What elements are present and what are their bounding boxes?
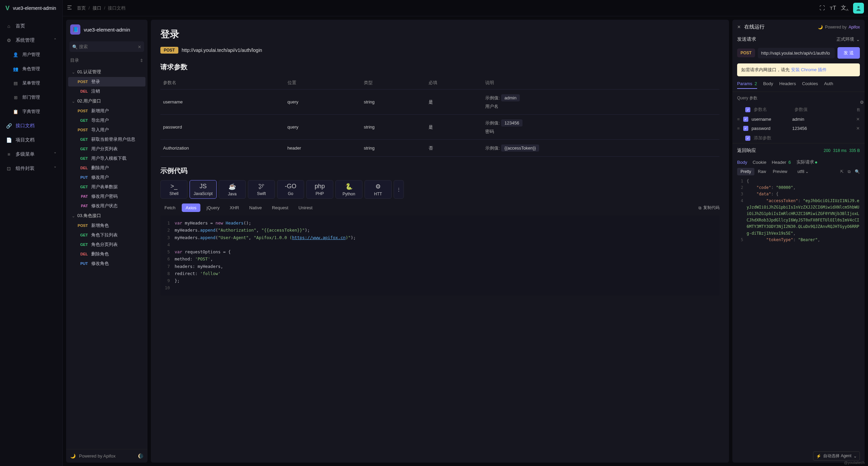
delete-icon[interactable]: ✕	[856, 126, 860, 131]
doc-search-input[interactable]	[70, 41, 144, 52]
drag-handle-icon[interactable]: ≡	[737, 126, 740, 131]
clear-icon[interactable]: ✕	[138, 44, 141, 49]
api-tree-item[interactable]: PAT修改用户密码	[66, 192, 147, 201]
param-name[interactable]: username	[752, 117, 789, 122]
run-url-input[interactable]	[758, 48, 835, 58]
nav-item[interactable]: ≡多级菜单˅	[0, 147, 62, 161]
copy-code-button[interactable]: ⧉复制代码	[698, 205, 719, 211]
code-variant-tab[interactable]: Unirest	[294, 203, 316, 212]
sidebar-collapse-icon[interactable]	[67, 5, 72, 11]
api-tree-item[interactable]: GET导出用户	[66, 116, 147, 125]
api-tree-item[interactable]: POST新增用户	[66, 106, 147, 116]
code-variant-tab[interactable]: Fetch	[160, 203, 180, 212]
close-icon[interactable]: ✕	[737, 24, 741, 30]
collapse-all-icon[interactable]: ⇕	[140, 58, 143, 63]
send-button[interactable]: 发 送	[837, 47, 860, 59]
api-tree-item[interactable]: GET用户导入模板下载	[66, 154, 147, 163]
checkbox-icon[interactable]: ✓	[743, 126, 748, 131]
code-lang-tab[interactable]: >_Shell	[160, 180, 188, 199]
export-icon[interactable]: ⇱	[840, 169, 844, 174]
response-tab[interactable]: 实际请求	[796, 159, 817, 165]
checkbox-icon[interactable]: ✓	[743, 117, 748, 122]
more-langs-button[interactable]: ⋮	[394, 180, 404, 199]
encoding-selector[interactable]: utf8 ⌄	[797, 169, 809, 174]
code-variant-tab[interactable]: XHR	[226, 203, 243, 212]
api-tree-item[interactable]: POST登录	[68, 77, 145, 86]
api-tree-item[interactable]: DEL删除用户	[66, 163, 147, 173]
api-tree-item[interactable]: PUT修改用户	[66, 173, 147, 182]
drag-handle-icon[interactable]: ≡	[737, 117, 740, 122]
tree-group[interactable]: ⌄02.用户接口	[66, 96, 147, 106]
response-tab[interactable]: Header 6	[772, 160, 791, 165]
copy-response-icon[interactable]: ⧉	[848, 169, 851, 174]
api-tree-item[interactable]: PAT修改用户状态	[66, 201, 147, 211]
code-lang-tab[interactable]: -GOGo	[277, 180, 304, 199]
code-lang-tab[interactable]: JSJavaScript	[190, 180, 217, 199]
delete-icon[interactable]: ✕	[856, 117, 860, 122]
nav-item[interactable]: 📄项目文档	[0, 133, 62, 147]
code-lang-tab[interactable]: 🕊Swift	[248, 180, 275, 199]
request-tab[interactable]: Params 2	[737, 81, 757, 89]
breadcrumb-item[interactable]: 首页	[77, 5, 86, 11]
code-lang-tab[interactable]: ☕Java	[219, 180, 246, 199]
view-mode-button[interactable]: Preview	[769, 168, 791, 175]
settings-gear-icon[interactable]: ⚙	[859, 98, 865, 106]
agent-selector[interactable]: ⚡ 自动选择 Agent ⌄	[813, 451, 860, 461]
api-tree-item[interactable]: POST新增角色	[66, 221, 147, 230]
code-variant-tab[interactable]: jQuery	[202, 203, 223, 212]
param-value[interactable]: admin	[792, 117, 853, 122]
theme-toggle-icon[interactable]: 🌘	[138, 453, 143, 459]
code-lang-tab[interactable]: 🐍Python	[335, 180, 362, 199]
code-variant-tab[interactable]: Axios	[182, 203, 201, 212]
request-tab[interactable]: Auth	[824, 81, 833, 89]
api-tree-item[interactable]: DEL删除角色	[66, 249, 147, 259]
checkbox-icon[interactable]: ✓	[745, 107, 750, 112]
param-value[interactable]: 123456	[792, 126, 853, 131]
search-response-icon[interactable]: 🔍	[855, 169, 860, 174]
extract-icon[interactable]: ⎘	[857, 107, 860, 112]
request-tab[interactable]: Body	[763, 81, 773, 89]
apifox-link[interactable]: Apifox	[849, 25, 860, 30]
user-avatar[interactable]	[853, 3, 864, 14]
response-tab[interactable]: Body	[737, 160, 747, 165]
nav-item[interactable]: 🔗接口文档	[0, 119, 62, 133]
checkbox-icon[interactable]: ✓	[745, 136, 750, 141]
code-variant-tab[interactable]: Native	[245, 203, 266, 212]
tree-group[interactable]: ⌄01.认证管理	[66, 67, 147, 77]
font-size-icon[interactable]: ᴛT	[830, 5, 836, 11]
fullscreen-icon[interactable]: ⛶	[820, 5, 825, 11]
api-tree-item[interactable]: DEL注销	[66, 86, 147, 96]
view-mode-button[interactable]: Raw	[754, 168, 769, 175]
response-tab[interactable]: Cookie	[753, 160, 766, 165]
view-mode-button[interactable]: Pretty	[737, 168, 754, 175]
nav-sub-item[interactable]: 👤用户管理	[0, 47, 62, 62]
code-lang-tab[interactable]: phpPHP	[306, 180, 333, 199]
code-lang-tab[interactable]: ⚙HTT	[364, 180, 392, 199]
environment-selector[interactable]: 正式环境 ⌄	[836, 36, 860, 42]
nav-sub-item[interactable]: ▤菜单管理	[0, 76, 62, 90]
breadcrumb-item[interactable]: 接口	[93, 5, 101, 11]
nav-item[interactable]: ⊡组件封装˅	[0, 161, 62, 176]
param-name[interactable]: password	[752, 126, 789, 131]
nav-item[interactable]: ⌂首页	[0, 19, 62, 33]
nav-sub-item[interactable]: 👥角色管理	[0, 62, 62, 76]
nav-item[interactable]: ⚙系统管理˄	[0, 33, 62, 47]
add-param-row[interactable]: ✓ 添加参数	[732, 133, 865, 143]
api-tree-item[interactable]: GET获取当前登录用户信息	[66, 135, 147, 144]
tree-group[interactable]: ⌄03.角色接口	[66, 211, 147, 221]
api-tree-item[interactable]: GET角色分页列表	[66, 240, 147, 249]
api-tree-item[interactable]: GET角色下拉列表	[66, 230, 147, 240]
code-variant-tab[interactable]: Request	[268, 203, 292, 212]
api-tree-item[interactable]: PUT修改角色	[66, 259, 147, 268]
nav-sub-item[interactable]: ⊞部门管理	[0, 90, 62, 104]
param-type: string	[361, 90, 426, 115]
nav-sub-item[interactable]: 📋字典管理	[0, 104, 62, 119]
api-tree-item[interactable]: GET用户分页列表	[66, 144, 147, 154]
api-tree-item[interactable]: POST导入用户	[66, 125, 147, 135]
request-tab[interactable]: Headers	[779, 81, 796, 89]
install-plugin-link[interactable]: 安装 Chrome 插件	[791, 67, 827, 72]
api-label: 角色分页列表	[91, 241, 118, 248]
translate-icon[interactable]: 文A	[841, 4, 848, 12]
api-tree-item[interactable]: GET用户表单数据	[66, 182, 147, 192]
request-tab[interactable]: Cookies	[802, 81, 818, 89]
